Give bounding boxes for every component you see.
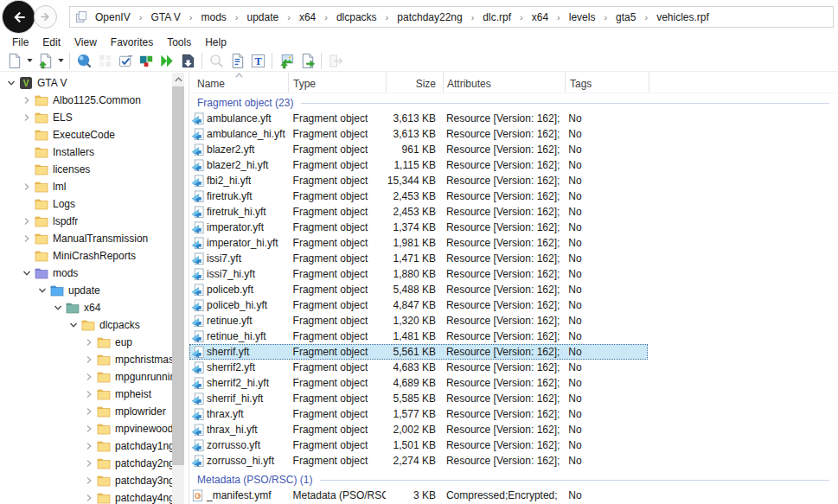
tree-item-mpvinewood[interactable]: mpvinewood [0, 420, 172, 437]
menu-item-favorites[interactable]: Favorites [104, 35, 160, 49]
file-row[interactable]: policeb_hi.yftFragment object4,847 KBRes… [189, 297, 648, 313]
tree-item-executecode[interactable]: ExecuteCode [0, 126, 172, 144]
chevron-down-icon[interactable] [5, 77, 17, 89]
tree-item-mpheist[interactable]: mpheist [0, 386, 172, 403]
breadcrumb-item[interactable]: gta5 [611, 11, 640, 23]
file-row[interactable]: thrax.yftFragment object1,577 KBResource… [189, 406, 648, 422]
column-header-type[interactable]: Type [289, 73, 387, 93]
breadcrumb-item[interactable]: dlcpacks [332, 11, 381, 23]
breadcrumb-item[interactable]: GTA V [146, 11, 184, 23]
file-row[interactable]: blazer2_hi.yftFragment object1,115 KBRes… [189, 157, 648, 173]
tree-scrollbar[interactable] [172, 73, 184, 504]
tree-item-patchday2ng[interactable]: patchday2ng [0, 455, 172, 472]
chevron-right-icon[interactable] [83, 336, 95, 348]
menu-item-tools[interactable]: Tools [160, 35, 198, 49]
forward-button[interactable] [34, 5, 57, 29]
run-script-button[interactable] [157, 51, 177, 71]
chevron-down-icon[interactable] [21, 267, 33, 279]
chevron-right-icon[interactable] [83, 405, 95, 418]
tree-item-logs[interactable]: Logs [0, 195, 172, 213]
tree-item-dlcpacks[interactable]: dlcpacks [0, 316, 172, 334]
chevron-right-icon[interactable] [83, 423, 95, 435]
column-header-size[interactable]: Size [387, 73, 444, 93]
file-row[interactable]: sherrif2.yftFragment object4,683 KBResou… [189, 360, 648, 375]
tree-item-mpchristmas2[interactable]: mpchristmas2 [0, 351, 172, 368]
tree-item-mplowrider[interactable]: mplowrider [0, 403, 172, 420]
file-row[interactable]: firetruk_hi.yftFragment object2,453 KBRe… [189, 204, 648, 220]
tree-item-installers[interactable]: Installers [0, 144, 172, 161]
tree-item-gta-v[interactable]: VGTA V [0, 74, 172, 92]
file-row[interactable]: firetruk.yftFragment object2,453 KBResou… [189, 188, 648, 204]
chevron-right-icon[interactable] [83, 457, 95, 469]
tree-item-minicrashreports[interactable]: MiniCrashReports [0, 247, 172, 265]
file-row[interactable]: issi7_hi.yftFragment object1,880 KBResou… [189, 266, 648, 282]
breadcrumb-item[interactable]: x64 [528, 11, 553, 23]
new-file-button[interactable] [3, 51, 24, 71]
breadcrumb-item[interactable]: dlc.rpf [478, 11, 515, 23]
menu-item-edit[interactable]: Edit [35, 35, 67, 49]
file-row[interactable]: ambulance_hi.yftFragment object3,613 KBR… [189, 126, 648, 142]
tree-item-lml[interactable]: lml [0, 178, 172, 195]
tree-item-patchday4ng[interactable]: patchday4ng [0, 489, 172, 504]
chevron-right-icon[interactable] [21, 215, 33, 227]
file-row[interactable]: retinue.yftFragment object1,320 KBResour… [189, 313, 648, 329]
chevron-right-icon[interactable] [21, 112, 33, 124]
tree-item-licenses[interactable]: licenses [0, 161, 172, 178]
file-row[interactable]: retinue_hi.yftFragment object1,481 KBRes… [189, 329, 648, 344]
tree-item-albo1125-common[interactable]: Albo1125.Common [0, 92, 172, 109]
file-row[interactable]: sherrif2_hi.yftFragment object4,689 KBRe… [189, 375, 648, 391]
file-row[interactable]: sherrif.yftFragment object5,561 KBResour… [189, 344, 648, 360]
chevron-right-icon[interactable] [83, 354, 95, 366]
view-as-text-button[interactable] [227, 51, 247, 71]
file-row[interactable]: zorrusso.yftFragment object1,501 KBResou… [189, 437, 648, 453]
tree-item-mpgunrunning[interactable]: mpgunrunning [0, 368, 172, 386]
file-row[interactable]: thrax_hi.yftFragment object2,002 KBResou… [189, 422, 648, 437]
file-row[interactable]: fbi2_hi.yftFragment object15,344 KBResou… [189, 173, 648, 188]
breadcrumb-item[interactable]: mods [197, 11, 231, 23]
scroll-up-arrow-icon[interactable] [172, 73, 184, 86]
tree-item-patchday1ng[interactable]: patchday1ng [0, 437, 172, 455]
chevron-right-icon[interactable] [21, 94, 33, 106]
file-row[interactable]: policeb.yftFragment object5,488 KBResour… [189, 282, 648, 297]
file-row[interactable]: imperator_hi.yftFragment object1,981 KBR… [189, 235, 648, 251]
add-file-dropdown-button[interactable] [55, 51, 66, 71]
file-row[interactable]: ambulance.yftFragment object3,613 KBReso… [189, 111, 648, 126]
file-row[interactable]: issi7.yftFragment object1,471 KBResource… [189, 251, 648, 266]
breadcrumb-item[interactable]: levels [565, 11, 600, 23]
breadcrumb-item[interactable]: vehicles.rpf [652, 11, 713, 23]
tree-item-update[interactable]: update [0, 282, 172, 299]
tree-item-eup[interactable]: eup [0, 334, 172, 351]
chevron-right-icon[interactable] [83, 371, 95, 383]
edit-mode-button[interactable] [115, 51, 136, 71]
menu-item-help[interactable]: Help [198, 35, 233, 49]
tree-item-lspdfr[interactable]: lspdfr [0, 213, 172, 230]
menu-item-view[interactable]: View [67, 35, 104, 49]
chevron-down-icon[interactable] [36, 284, 48, 297]
tree-item-mods[interactable]: mods [0, 265, 172, 282]
tree-item-els[interactable]: ELS [0, 109, 172, 126]
export-button[interactable] [297, 51, 317, 71]
breadcrumb-item[interactable]: OpenIV [91, 11, 135, 23]
file-row[interactable]: blazer2.yftFragment object961 KBResource… [189, 142, 648, 157]
tree-item-patchday3ng[interactable]: patchday3ng [0, 472, 172, 489]
breadcrumb-item[interactable]: update [243, 11, 284, 23]
menu-item-file[interactable]: File [5, 35, 35, 49]
file-row[interactable]: imperator.yftFragment object1,374 KBReso… [189, 220, 648, 235]
save-archive-button[interactable] [177, 51, 198, 71]
color-palette-button[interactable] [136, 51, 157, 71]
chevron-right-icon[interactable] [21, 233, 33, 245]
asi-manager-button[interactable] [74, 51, 94, 71]
chevron-right-icon[interactable] [83, 492, 95, 504]
tree-scrollbar-thumb[interactable] [172, 86, 184, 465]
tree-item-manualtransmission[interactable]: ManualTransmission [0, 230, 172, 247]
file-row[interactable]: sherrif_hi.yftFragment object5,585 KBRes… [189, 391, 648, 406]
new-file-dropdown-button[interactable] [24, 51, 35, 71]
chevron-right-icon[interactable] [83, 388, 95, 400]
chevron-right-icon[interactable] [83, 475, 95, 487]
tree-item-x64[interactable]: x64 [0, 299, 172, 316]
add-file-button[interactable] [35, 51, 55, 71]
file-row[interactable]: _manifest.ymfMetadata (PSO/RSC)3 KBCompr… [189, 488, 648, 503]
import-button[interactable] [276, 51, 297, 71]
column-header-attributes[interactable]: Attributes [444, 73, 566, 93]
chevron-right-icon[interactable] [83, 440, 95, 452]
